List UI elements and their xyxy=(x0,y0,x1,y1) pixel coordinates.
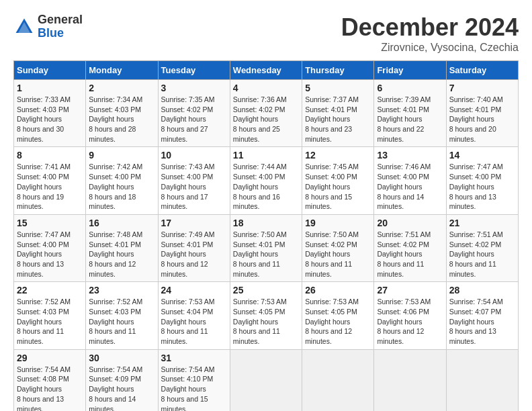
daylight-label: Daylight hours xyxy=(305,115,350,123)
day-cell: 18 Sunrise: 7:50 AM Sunset: 4:01 PM Dayl… xyxy=(230,214,302,281)
sunrise-label: Sunrise: 7:52 AM xyxy=(89,298,142,306)
sunset-label: Sunset: 4:00 PM xyxy=(17,240,69,248)
day-number: 28 xyxy=(449,285,515,295)
day-number: 30 xyxy=(89,353,154,363)
day-number: 27 xyxy=(377,285,443,295)
day-number: 9 xyxy=(89,150,154,161)
day-cell: 25 Sunrise: 7:53 AM Sunset: 4:05 PM Dayl… xyxy=(230,282,302,349)
daylight-label: Daylight hours xyxy=(17,115,62,123)
day-cell: 27 Sunrise: 7:53 AM Sunset: 4:06 PM Dayl… xyxy=(374,282,446,349)
day-info: Sunrise: 7:53 AM Sunset: 4:05 PM Dayligh… xyxy=(305,297,371,346)
day-info: Sunrise: 7:54 AM Sunset: 4:10 PM Dayligh… xyxy=(161,365,227,411)
sunset-label: Sunset: 4:01 PM xyxy=(305,105,357,113)
sunrise-label: Sunrise: 7:48 AM xyxy=(89,230,142,238)
day-info: Sunrise: 7:42 AM Sunset: 4:00 PM Dayligh… xyxy=(89,162,154,211)
daylight-label: Daylight hours xyxy=(17,385,62,393)
daylight-value: 8 hours and 28 minutes. xyxy=(89,125,136,143)
day-number: 29 xyxy=(17,353,83,363)
day-cell: 23 Sunrise: 7:52 AM Sunset: 4:03 PM Dayl… xyxy=(86,282,158,349)
daylight-label: Daylight hours xyxy=(89,250,134,258)
sunset-label: Sunset: 4:07 PM xyxy=(449,308,502,316)
sunset-label: Sunset: 4:00 PM xyxy=(17,173,69,181)
sunrise-label: Sunrise: 7:39 AM xyxy=(377,95,431,103)
calendar-week-row: 29 Sunrise: 7:54 AM Sunset: 4:08 PM Dayl… xyxy=(14,349,519,411)
sunrise-label: Sunrise: 7:34 AM xyxy=(89,95,142,103)
sunset-label: Sunset: 4:00 PM xyxy=(233,173,285,181)
daylight-value: 8 hours and 12 minutes. xyxy=(377,327,424,345)
logo-blue: Blue xyxy=(38,26,64,40)
sunrise-label: Sunrise: 7:45 AM xyxy=(305,163,359,171)
day-cell: 15 Sunrise: 7:47 AM Sunset: 4:00 PM Dayl… xyxy=(14,214,86,281)
sunrise-label: Sunrise: 7:53 AM xyxy=(233,298,287,306)
daylight-value: 8 hours and 11 minutes. xyxy=(17,327,64,345)
col-thursday: Thursday xyxy=(302,61,374,80)
day-info: Sunrise: 7:50 AM Sunset: 4:01 PM Dayligh… xyxy=(233,230,299,279)
day-number: 17 xyxy=(161,218,227,228)
day-info: Sunrise: 7:50 AM Sunset: 4:02 PM Dayligh… xyxy=(305,230,371,279)
day-info: Sunrise: 7:51 AM Sunset: 4:02 PM Dayligh… xyxy=(449,230,515,279)
daylight-value: 8 hours and 12 minutes. xyxy=(89,260,136,278)
sunset-label: Sunset: 4:09 PM xyxy=(89,375,141,383)
daylight-value: 8 hours and 14 minutes. xyxy=(377,193,424,211)
daylight-label: Daylight hours xyxy=(377,115,422,123)
daylight-label: Daylight hours xyxy=(449,115,494,123)
daylight-label: Daylight hours xyxy=(305,183,350,191)
day-cell: 26 Sunrise: 7:53 AM Sunset: 4:05 PM Dayl… xyxy=(302,282,374,349)
day-info: Sunrise: 7:46 AM Sunset: 4:00 PM Dayligh… xyxy=(377,162,443,211)
daylight-value: 8 hours and 30 minutes. xyxy=(17,125,64,143)
day-number: 4 xyxy=(233,83,299,93)
daylight-label: Daylight hours xyxy=(449,183,494,191)
daylight-label: Daylight hours xyxy=(161,318,206,326)
day-cell: 5 Sunrise: 7:37 AM Sunset: 4:01 PM Dayli… xyxy=(302,80,374,147)
day-cell: 1 Sunrise: 7:33 AM Sunset: 4:03 PM Dayli… xyxy=(14,80,86,147)
day-info: Sunrise: 7:41 AM Sunset: 4:00 PM Dayligh… xyxy=(17,162,83,211)
day-info: Sunrise: 7:53 AM Sunset: 4:04 PM Dayligh… xyxy=(161,297,227,346)
day-number: 10 xyxy=(161,150,227,161)
daylight-label: Daylight hours xyxy=(89,385,134,393)
daylight-label: Daylight hours xyxy=(17,183,62,191)
daylight-label: Daylight hours xyxy=(89,318,134,326)
col-monday: Monday xyxy=(86,61,158,80)
daylight-value: 8 hours and 20 minutes. xyxy=(449,125,496,143)
sunset-label: Sunset: 4:03 PM xyxy=(89,308,141,316)
day-info: Sunrise: 7:36 AM Sunset: 4:02 PM Dayligh… xyxy=(233,95,299,144)
day-cell: 19 Sunrise: 7:50 AM Sunset: 4:02 PM Dayl… xyxy=(302,214,374,281)
logo-text: General Blue xyxy=(38,13,83,40)
day-number: 20 xyxy=(377,218,443,228)
day-info: Sunrise: 7:53 AM Sunset: 4:05 PM Dayligh… xyxy=(233,297,299,346)
sunset-label: Sunset: 4:02 PM xyxy=(377,240,429,248)
daylight-value: 8 hours and 15 minutes. xyxy=(305,193,352,211)
sunset-label: Sunset: 4:10 PM xyxy=(161,375,214,383)
col-saturday: Saturday xyxy=(446,61,518,80)
page-header: General Blue December 2024 Zirovnice, Vy… xyxy=(13,13,519,54)
sunset-label: Sunset: 4:01 PM xyxy=(89,240,141,248)
day-number: 15 xyxy=(17,218,83,228)
daylight-label: Daylight hours xyxy=(233,115,278,123)
calendar-week-row: 15 Sunrise: 7:47 AM Sunset: 4:00 PM Dayl… xyxy=(14,214,519,281)
sunrise-label: Sunrise: 7:47 AM xyxy=(449,163,503,171)
daylight-value: 8 hours and 12 minutes. xyxy=(305,327,352,345)
daylight-value: 8 hours and 14 minutes. xyxy=(89,395,136,411)
month-title: December 2024 xyxy=(341,13,519,42)
day-number: 22 xyxy=(17,285,83,295)
daylight-label: Daylight hours xyxy=(377,318,422,326)
sunrise-label: Sunrise: 7:53 AM xyxy=(377,298,431,306)
logo-general: General xyxy=(38,13,83,26)
day-number: 16 xyxy=(89,218,154,228)
day-info: Sunrise: 7:53 AM Sunset: 4:06 PM Dayligh… xyxy=(377,297,443,346)
day-number: 11 xyxy=(233,150,299,161)
day-number: 12 xyxy=(305,150,371,161)
daylight-value: 8 hours and 16 minutes. xyxy=(233,193,280,211)
daylight-value: 8 hours and 11 minutes. xyxy=(233,260,280,278)
day-cell: 4 Sunrise: 7:36 AM Sunset: 4:02 PM Dayli… xyxy=(230,80,302,147)
sunset-label: Sunset: 4:00 PM xyxy=(305,173,357,181)
day-info: Sunrise: 7:52 AM Sunset: 4:03 PM Dayligh… xyxy=(17,297,83,346)
day-info: Sunrise: 7:43 AM Sunset: 4:00 PM Dayligh… xyxy=(161,162,227,211)
day-cell: 14 Sunrise: 7:47 AM Sunset: 4:00 PM Dayl… xyxy=(446,147,518,214)
location: Zirovnice, Vysocina, Czechia xyxy=(341,42,519,54)
day-cell: 13 Sunrise: 7:46 AM Sunset: 4:00 PM Dayl… xyxy=(374,147,446,214)
daylight-value: 8 hours and 19 minutes. xyxy=(17,193,64,211)
day-number: 8 xyxy=(17,150,83,161)
sunset-label: Sunset: 4:01 PM xyxy=(233,240,285,248)
day-info: Sunrise: 7:47 AM Sunset: 4:00 PM Dayligh… xyxy=(17,230,83,279)
